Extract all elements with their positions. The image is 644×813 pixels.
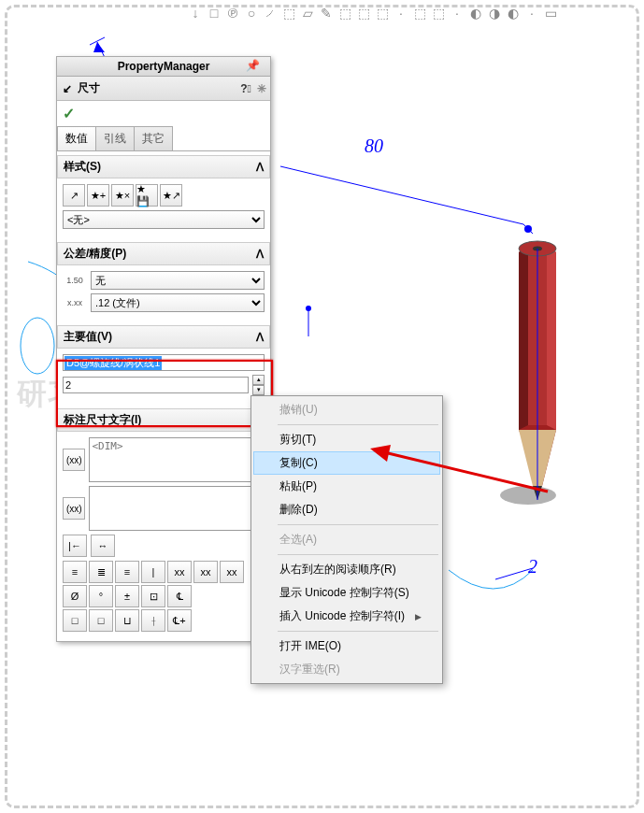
svg-marker-2: [93, 42, 105, 52]
dimtext-area2[interactable]: [89, 486, 265, 531]
dimension-2[interactable]: 2: [528, 556, 537, 578]
dimtext-symbol-btn[interactable]: xx: [193, 561, 218, 583]
svg-line-0: [280, 166, 523, 224]
svg-point-6: [21, 318, 54, 374]
dimtext-symbol-btn[interactable]: □: [63, 609, 87, 632]
svg-line-9: [495, 568, 533, 579]
context-menu: 撤销(U)剪切(T)复制(C)粘贴(P)删除(D)全选(A)从右到左的阅读顺序(…: [250, 395, 443, 684]
style-icon-btn[interactable]: ★+: [87, 184, 109, 207]
tol-icon-1: 1.50: [63, 276, 87, 285]
dimension-section: ↙ 尺寸 ?⃝ ✳: [57, 77, 270, 101]
dimtext-symbol-btn[interactable]: □: [89, 609, 113, 632]
tolerance-header[interactable]: 公差/精度(P)ᐱ: [57, 242, 270, 265]
dimtext-small-btn[interactable]: |←: [63, 535, 87, 557]
dimtext-symbol-btn[interactable]: |: [141, 561, 165, 583]
dimtext-symbol-btn[interactable]: xx: [167, 561, 192, 583]
style-icon-btn[interactable]: ★×: [111, 184, 134, 207]
style-header[interactable]: 样式(S)ᐱ: [57, 155, 270, 178]
menu-item: 全选(A): [253, 528, 440, 551]
style-icons: ↗★+★×★💾★↗: [63, 184, 265, 207]
tol-icon-2: x.xx: [63, 298, 87, 307]
menu-item[interactable]: 插入 Unicode 控制字符(I)▶: [253, 605, 440, 628]
dimtext-symbol-btn[interactable]: ≡: [115, 561, 139, 583]
style-select[interactable]: <无>: [63, 210, 265, 229]
menu-item[interactable]: 删除(D): [253, 498, 440, 521]
dimension-80[interactable]: 80: [365, 136, 383, 157]
tab-other[interactable]: 其它: [134, 126, 173, 150]
menu-item[interactable]: 粘贴(P): [253, 475, 440, 498]
menu-item[interactable]: 复制(C): [253, 451, 440, 475]
tabs: 数值 引线 其它: [57, 126, 270, 151]
ok-check-icon[interactable]: ✓: [63, 106, 75, 121]
dimtext-symbol-btn[interactable]: xx: [220, 561, 244, 583]
menu-item[interactable]: 剪切(T): [253, 428, 440, 451]
dimension-icon: ↙: [63, 82, 72, 95]
tolerance-type-select[interactable]: 无: [91, 271, 265, 290]
dimtext-header[interactable]: 标注尺寸文字(I)ᐱ: [57, 408, 270, 432]
style-icon-btn[interactable]: ★↗: [160, 184, 182, 207]
dimtext-symbol-btn[interactable]: ⊡: [141, 585, 165, 607]
style-icon-btn[interactable]: ★💾: [136, 184, 158, 207]
svg-point-8: [306, 306, 311, 311]
panel-title: PropertyManager 📌→: [57, 57, 270, 77]
style-icon-btn[interactable]: ↗: [63, 184, 85, 207]
dimtext-symbol-btn[interactable]: ℄: [167, 585, 192, 607]
dimtext-symbol-btn[interactable]: ℄+: [167, 609, 192, 632]
pencil-model: [505, 234, 580, 514]
dimtext-symbol-btn[interactable]: Ø: [63, 585, 87, 607]
dimtext-area1[interactable]: [89, 437, 265, 482]
menu-item: 汉字重选(R): [253, 658, 440, 681]
pin-icon[interactable]: 📌→: [246, 59, 268, 74]
tab-value[interactable]: 数值: [57, 126, 96, 150]
dimtext-icon2[interactable]: (xx): [63, 497, 85, 520]
dimtext-symbol-btn[interactable]: ⟊: [141, 609, 165, 632]
value-spinner[interactable]: ▴▾: [252, 375, 265, 395]
dimtext-small-btn[interactable]: ↔: [91, 535, 115, 557]
svg-marker-12: [519, 245, 528, 430]
primary-value-input[interactable]: [63, 377, 249, 393]
option-icon[interactable]: ✳: [257, 82, 266, 95]
help-icon[interactable]: ?⃝: [240, 82, 251, 95]
dimtext-symbol-btn[interactable]: ⊔: [115, 609, 139, 632]
property-manager-panel: PropertyManager 📌→ ↙ 尺寸 ?⃝ ✳ ✓ 数值 引线 其它 …: [56, 56, 271, 642]
primary-value-header[interactable]: 主要值(V)ᐱ: [57, 325, 270, 349]
menu-item[interactable]: 从右到左的阅读顺序(R): [253, 558, 440, 581]
dimtext-symbol-btn[interactable]: ±: [115, 585, 139, 607]
dimtext-symbol-btn[interactable]: ≡: [63, 561, 87, 583]
dimtext-symbol-btn[interactable]: °: [89, 585, 113, 607]
menu-item[interactable]: 显示 Unicode 控制字符(S): [253, 581, 440, 605]
menu-item: 撤销(U): [253, 398, 440, 421]
tab-leader[interactable]: 引线: [95, 126, 135, 150]
precision-select[interactable]: .12 (文件): [91, 293, 265, 312]
svg-marker-13: [547, 245, 556, 430]
dimtext-icon1[interactable]: (xx): [63, 449, 85, 471]
svg-point-5: [524, 225, 532, 233]
dimtext-symbol-btn[interactable]: ≣: [89, 561, 113, 583]
menu-item[interactable]: 打开 IME(O): [253, 635, 440, 658]
